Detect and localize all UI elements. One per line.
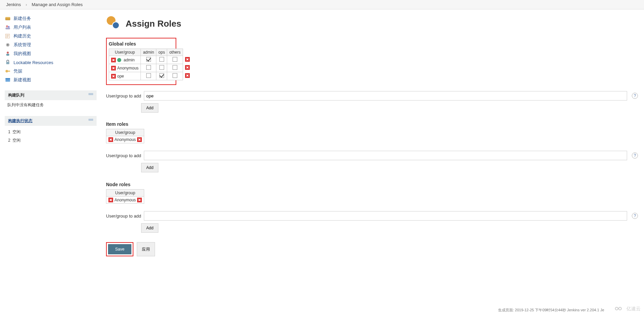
item-add-button[interactable]: Add	[141, 163, 158, 172]
global-add-button[interactable]: Add	[141, 103, 158, 113]
section-heading: Global roles	[109, 41, 174, 47]
main-content: Assign Roles Global roles User/group adm…	[101, 9, 644, 270]
remove-row-button[interactable]	[111, 74, 116, 79]
svg-point-11	[5, 70, 8, 73]
table-row: admin	[109, 56, 192, 64]
remove-row-button[interactable]	[111, 66, 116, 70]
remove-row-button[interactable]	[185, 57, 190, 62]
sidebar-item-label[interactable]: 新建任务	[14, 16, 31, 22]
global-roles-section: Global roles User/group admin ops others…	[106, 38, 176, 85]
node-add-button[interactable]: Add	[141, 223, 158, 233]
col-user-group: User/group	[106, 190, 144, 197]
assign-roles-icon	[106, 16, 121, 31]
global-add-input[interactable]	[144, 91, 627, 101]
remove-row-button[interactable]	[111, 58, 116, 62]
node-roles-table: User/group Anonymous	[106, 189, 144, 204]
sidebar-item-my-views[interactable]: 我的视图	[5, 49, 97, 58]
executor-status: 空闲	[12, 130, 21, 134]
my-views-icon	[5, 51, 11, 57]
help-icon[interactable]: ?	[632, 93, 638, 99]
executor-number: 1	[8, 130, 10, 134]
apply-button[interactable]: 应用	[137, 242, 155, 256]
sidebar-item-new-job[interactable]: 新建任务	[5, 14, 97, 23]
page-title: Assign Roles	[126, 19, 181, 29]
role-checkbox[interactable]	[173, 57, 177, 62]
remove-row-button[interactable]	[137, 198, 142, 202]
role-checkbox[interactable]	[159, 57, 164, 62]
sidebar-item-label[interactable]: 构建历史	[14, 33, 31, 39]
svg-rect-14	[5, 78, 10, 79]
executor-number: 2	[8, 138, 10, 143]
node-add-row: User/group to add ?	[106, 211, 638, 221]
add-label: User/group to add	[106, 213, 141, 219]
page-title-row: Assign Roles	[106, 16, 638, 31]
role-checkbox[interactable]	[159, 73, 164, 78]
executor-status: 空闲	[12, 138, 21, 143]
add-label: User/group to add	[106, 153, 141, 158]
role-checkbox[interactable]	[159, 65, 164, 70]
role-checkbox[interactable]	[146, 65, 151, 70]
pane-header: 构建队列	[5, 90, 97, 100]
node-add-input[interactable]	[144, 211, 627, 221]
save-row: Save 应用	[106, 242, 638, 256]
sidebar-item-label[interactable]: 用户列表	[14, 24, 31, 30]
remove-row-button[interactable]	[185, 65, 190, 70]
executor-list: 1 空闲 2 空闲	[7, 128, 94, 145]
user-name: admin	[124, 58, 135, 62]
user-icon	[117, 58, 121, 62]
breadcrumb-item[interactable]: Jenkins	[6, 2, 21, 7]
global-roles-table: User/group admin ops others adminAnonymo…	[109, 49, 192, 80]
collapse-toggle[interactable]	[88, 119, 93, 121]
history-icon	[5, 33, 11, 39]
col-role: admin	[141, 49, 156, 56]
remove-row-button[interactable]	[108, 137, 113, 142]
item-add-input[interactable]	[144, 151, 627, 160]
help-icon[interactable]: ?	[632, 213, 638, 219]
pane-title-link[interactable]: 构建执行状态	[8, 118, 32, 123]
sidebar-item-users[interactable]: 用户列表	[5, 23, 97, 32]
sidebar-item-build-history[interactable]: 构建历史	[5, 32, 97, 40]
collapse-toggle[interactable]	[88, 93, 93, 95]
breadcrumb-item[interactable]: Manage and Assign Roles	[32, 2, 83, 7]
svg-rect-10	[6, 62, 9, 64]
item-roles-table: User/group Anonymous	[106, 129, 144, 143]
sidebar-item-label[interactable]: 我的视图	[14, 51, 31, 57]
role-checkbox[interactable]	[173, 73, 177, 78]
sidebar: 新建任务 用户列表 构建历史 系统管理 我的视图 Lockable Resour…	[0, 9, 101, 270]
section-heading: Node roles	[106, 182, 638, 187]
svg-point-3	[8, 26, 10, 28]
sidebar-item-label[interactable]: 系统管理	[14, 42, 31, 48]
people-icon	[5, 24, 11, 30]
svg-point-2	[6, 25, 8, 27]
node-roles-section: Node roles User/group Anonymous User/gro…	[106, 182, 638, 233]
svg-rect-12	[8, 71, 10, 72]
save-button[interactable]: Save	[108, 244, 131, 254]
col-role: others	[167, 49, 183, 56]
credentials-icon	[5, 68, 11, 74]
role-checkbox[interactable]	[146, 73, 151, 78]
table-row: ope	[109, 72, 192, 80]
new-item-icon	[5, 16, 11, 22]
pane-title: 构建队列	[8, 93, 24, 97]
role-checkbox[interactable]	[173, 65, 177, 70]
sidebar-item-credentials[interactable]: 凭据	[5, 67, 97, 76]
sidebar-item-label[interactable]: 新建视图	[14, 77, 31, 83]
sidebar-item-label[interactable]: 凭据	[14, 68, 22, 74]
sidebar-item-label[interactable]: Lockable Resources	[14, 60, 53, 65]
remove-row-button[interactable]	[185, 73, 190, 78]
pane-header: 构建执行状态	[5, 116, 97, 126]
sidebar-item-new-view[interactable]: 新建视图	[5, 76, 97, 84]
table-row: Anonymous	[109, 64, 192, 72]
save-highlight: Save	[106, 242, 133, 256]
user-name: ope	[117, 74, 124, 79]
help-icon[interactable]: ?	[632, 152, 638, 159]
role-checkbox[interactable]	[146, 57, 151, 62]
table-row: Anonymous	[106, 136, 144, 143]
svg-rect-1	[5, 17, 10, 18]
sidebar-item-lockable-resources[interactable]: Lockable Resources	[5, 58, 97, 67]
breadcrumb: Jenkins › Manage and Assign Roles	[0, 0, 644, 9]
queue-empty-text: 队列中没有构建任务	[7, 103, 44, 107]
sidebar-item-manage[interactable]: 系统管理	[5, 40, 97, 49]
remove-row-button[interactable]	[137, 137, 142, 142]
remove-row-button[interactable]	[108, 198, 113, 202]
